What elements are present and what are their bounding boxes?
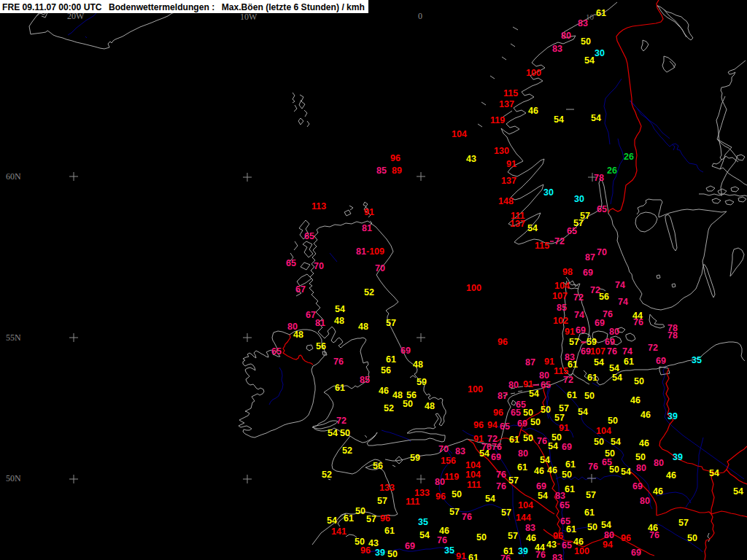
svg-text:91: 91 (456, 551, 466, 560)
svg-text:50: 50 (584, 391, 595, 401)
svg-text:69: 69 (405, 541, 415, 551)
svg-text:83: 83 (552, 553, 562, 560)
svg-text:69: 69 (517, 419, 527, 429)
svg-text:52: 52 (342, 446, 352, 456)
svg-text:46: 46 (379, 386, 389, 396)
svg-text:100: 100 (468, 384, 483, 394)
svg-text:76: 76 (500, 553, 511, 560)
svg-text:50: 50 (523, 433, 533, 443)
svg-text:74: 74 (615, 280, 625, 290)
svg-text:57: 57 (386, 318, 396, 328)
svg-text:70: 70 (375, 263, 385, 273)
svg-text:46: 46 (666, 470, 676, 481)
svg-text:119: 119 (444, 472, 459, 482)
svg-text:76: 76 (537, 436, 547, 446)
svg-text:56: 56 (599, 292, 609, 302)
svg-text:74: 74 (622, 346, 632, 357)
svg-text:52: 52 (384, 403, 394, 413)
svg-text:104: 104 (518, 500, 533, 510)
svg-text:59: 59 (417, 377, 427, 387)
svg-text:54: 54 (601, 520, 611, 530)
svg-text:69: 69 (631, 548, 641, 558)
svg-text:50: 50 (594, 437, 604, 447)
svg-text:91: 91 (364, 207, 374, 217)
svg-text:80: 80 (636, 463, 646, 473)
svg-text:81: 81 (356, 246, 366, 257)
svg-text:61: 61 (384, 526, 395, 536)
svg-text:104: 104 (596, 426, 611, 436)
svg-text:65: 65 (597, 204, 607, 214)
svg-text:65: 65 (541, 380, 551, 390)
svg-text:81: 81 (362, 223, 372, 233)
svg-text:87: 87 (525, 357, 535, 368)
svg-text:46: 46 (640, 410, 651, 420)
svg-text:104: 104 (465, 460, 481, 470)
svg-text:83: 83 (525, 523, 535, 533)
svg-text:119: 119 (490, 115, 505, 125)
svg-text:54: 54 (591, 113, 601, 123)
svg-text:43: 43 (466, 154, 476, 164)
svg-text:50: 50 (687, 533, 697, 543)
svg-text:61: 61 (509, 435, 519, 445)
svg-text:46: 46 (653, 486, 663, 497)
svg-text:54: 54 (612, 373, 622, 383)
svg-text:54: 54 (327, 516, 337, 526)
svg-text:74: 74 (574, 310, 584, 320)
svg-text:78: 78 (667, 330, 678, 341)
svg-text:96: 96 (390, 153, 400, 163)
svg-text:69: 69 (632, 481, 643, 491)
svg-text:56: 56 (373, 461, 383, 471)
svg-text:76: 76 (496, 481, 506, 491)
svg-text:96: 96 (436, 491, 446, 502)
svg-text:91: 91 (559, 423, 569, 433)
svg-text:72: 72 (648, 343, 658, 353)
svg-text:50: 50 (403, 399, 413, 409)
svg-text:54: 54 (554, 114, 564, 125)
svg-text:61: 61 (386, 354, 396, 365)
svg-text:39: 39 (673, 452, 683, 462)
svg-text:50: 50 (530, 417, 541, 427)
svg-text:61: 61 (344, 513, 354, 524)
svg-text:87: 87 (585, 252, 595, 262)
svg-text:55N: 55N (6, 332, 21, 343)
svg-text:76: 76 (633, 317, 643, 327)
svg-text:46: 46 (439, 526, 449, 536)
svg-text:87: 87 (498, 391, 508, 401)
svg-text:39: 39 (667, 411, 678, 421)
svg-text:137: 137 (499, 99, 514, 109)
svg-text:69: 69 (583, 268, 593, 278)
svg-text:39: 39 (518, 546, 528, 556)
svg-text:141: 141 (331, 526, 347, 537)
svg-text:54: 54 (594, 357, 604, 368)
svg-text:-109: -109 (366, 246, 384, 257)
svg-text:107: 107 (552, 291, 568, 301)
svg-text:72: 72 (336, 416, 347, 426)
svg-text:54: 54 (548, 441, 558, 451)
svg-text:57: 57 (559, 403, 569, 413)
svg-text:98: 98 (562, 267, 573, 277)
svg-text:54: 54 (584, 55, 595, 66)
svg-text:59: 59 (410, 453, 420, 463)
svg-text:96: 96 (380, 513, 390, 524)
svg-text:100: 100 (526, 68, 541, 78)
svg-text:54: 54 (609, 363, 619, 373)
svg-text:52: 52 (364, 287, 374, 298)
svg-text:70: 70 (314, 261, 324, 271)
svg-text:65: 65 (511, 408, 521, 418)
svg-text:76: 76 (588, 462, 598, 472)
svg-text:56: 56 (381, 365, 391, 376)
svg-text:57: 57 (366, 514, 376, 524)
svg-text:80: 80 (539, 370, 549, 381)
svg-text:72: 72 (554, 236, 565, 246)
svg-text:81: 81 (315, 318, 325, 328)
svg-text:74: 74 (618, 297, 628, 307)
svg-text:100: 100 (574, 546, 589, 556)
svg-text:35: 35 (692, 355, 702, 365)
svg-text:94: 94 (487, 420, 498, 430)
svg-text:30: 30 (543, 187, 554, 198)
svg-text:69: 69 (536, 481, 546, 491)
svg-text:48: 48 (392, 390, 403, 400)
svg-text:111: 111 (406, 497, 420, 507)
svg-text:26: 26 (624, 152, 634, 162)
svg-text:80: 80 (654, 458, 664, 468)
